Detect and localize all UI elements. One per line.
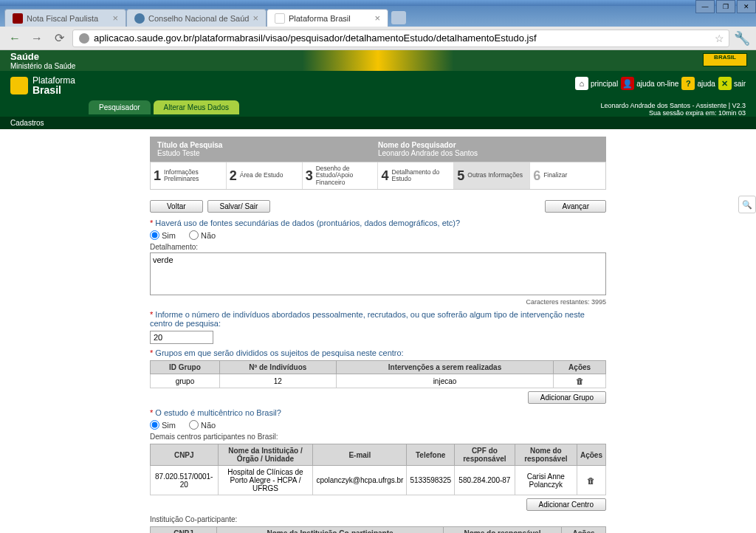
detalhamento-label: Detalhamento: (150, 243, 606, 251)
th-acoes: Ações (554, 361, 606, 374)
delete-centro-icon[interactable]: 🗑 (587, 476, 595, 485)
copart-label: Instituição Co-participante: (150, 515, 606, 523)
nav-ajuda[interactable]: ?ajuda (681, 77, 715, 90)
zoom-icon[interactable]: 🔍 (738, 196, 756, 213)
step-6[interactable]: 6Finalizar (530, 162, 605, 189)
nav-ajuda-online[interactable]: 👤ajuda on-line (621, 77, 678, 90)
saude-title: SaúdeMinistério da Saúde (10, 51, 75, 70)
nav-tab-pesquisador[interactable]: Pesquisador (89, 100, 151, 114)
main-viewport[interactable]: Título da PesquisaEstudo Teste Nome do P… (0, 129, 756, 533)
th-intervencoes: Intervenções a serem realizadas (336, 361, 553, 374)
table-row: 87.020.517/0001-20 Hospital de Clínicas … (151, 466, 606, 495)
step-1[interactable]: 1Informações Preliminares (151, 162, 227, 189)
multi-sub-label: Demais centros participantes no Brasil: (150, 433, 606, 441)
tab-nota-fiscal[interactable]: Nota Fiscal Paulista × (4, 9, 126, 27)
radio-multi-nao[interactable]: Não (189, 420, 216, 430)
th-n-individuos: Nº de Indivíduos (219, 361, 336, 374)
saude-header: SaúdeMinistério da Saúde BRASIL (0, 50, 756, 71)
add-centro-button[interactable]: Adicionar Centro (526, 498, 606, 511)
brasil-logo: BRASIL (703, 53, 747, 66)
q-grupos-label: Grupos em que serão divididos os sujeito… (150, 348, 606, 357)
delete-grupo-icon[interactable]: 🗑 (576, 376, 584, 385)
tab-favicon-nota (13, 13, 23, 24)
maximize-button[interactable]: ❐ (716, 0, 735, 13)
new-tab-button[interactable] (391, 11, 406, 24)
radio-fontes-sim[interactable]: Sim (150, 230, 176, 240)
tab-label: Plataforma Brasil (289, 14, 351, 23)
minimize-button[interactable]: — (695, 0, 715, 13)
url-text: aplicacao.saude.gov.br/plataformabrasil/… (94, 32, 537, 44)
tab-plataforma-brasil[interactable]: Plataforma Brasil × (267, 9, 388, 27)
browser-tabbar: Nota Fiscal Paulista × Conselho Nacional… (0, 6, 756, 27)
tab-close-icon[interactable]: × (112, 13, 118, 24)
user-info: Leonardo Andrade dos Santos - Assistente… (601, 102, 746, 117)
salvar-sair-button[interactable]: Salvar/ Sair (207, 200, 271, 213)
wizard-steps: 1Informações Preliminares 2Área de Estud… (150, 162, 606, 190)
th-id-grupo: ID Grupo (151, 361, 220, 374)
add-grupo-button[interactable]: Adicionar Grupo (528, 391, 606, 404)
home-icon: ⌂ (575, 77, 588, 90)
q-fontes-label: Haverá uso de fontes secundárias de dado… (150, 219, 606, 227)
avancar-button[interactable]: Avançar (545, 200, 606, 213)
copart-table: CNPJ Nome da Instituição Co-participante… (150, 526, 606, 533)
tab-label: Nota Fiscal Paulista (27, 14, 98, 23)
sub-menu-cadastros[interactable]: Cadastros (0, 117, 756, 129)
exit-icon: ✕ (718, 77, 732, 90)
forward-button[interactable]: → (28, 30, 46, 47)
help-icon: ? (681, 77, 695, 90)
step-5[interactable]: 5Outras Informações (454, 162, 530, 189)
address-bar: ← → ⟳ aplicacao.saude.gov.br/plataformab… (0, 27, 756, 50)
table-row: grupo 12 injecao 🗑 (151, 374, 606, 388)
close-window-button[interactable]: ✕ (737, 0, 756, 13)
nav-row: Pesquisador Alterar Meus Dados Leonardo … (0, 100, 756, 117)
nav-principal[interactable]: ⌂principal (575, 77, 618, 90)
window-titlebar: — ❐ ✕ (0, 0, 756, 6)
individuos-input[interactable] (150, 331, 213, 344)
plataforma-brasil-logo: PlataformaBrasil (10, 76, 75, 95)
study-header: Título da PesquisaEstudo Teste Nome do P… (150, 137, 606, 162)
step-2[interactable]: 2Área de Estudo (227, 162, 303, 189)
reload-button[interactable]: ⟳ (50, 30, 68, 47)
pb-lens-icon (10, 77, 28, 94)
back-button[interactable]: ← (6, 30, 24, 47)
globe-icon (79, 33, 89, 44)
centros-table: CNPJ Nome da Instituição / Órgão / Unida… (150, 444, 606, 495)
voltar-button[interactable]: Voltar (150, 200, 203, 213)
tab-favicon-conselho (134, 13, 145, 24)
q-multi-label: O estudo é multicêntrico no Brasil? (150, 408, 606, 417)
nav-sair[interactable]: ✕sair (718, 77, 746, 90)
detalhamento-textarea[interactable] (150, 252, 606, 295)
tab-favicon-pb (275, 13, 285, 24)
settings-wrench-icon[interactable]: 🔧 (734, 30, 750, 47)
grupos-table: ID Grupo Nº de Indivíduos Intervenções a… (150, 360, 606, 388)
radio-multi-sim[interactable]: Sim (150, 420, 176, 430)
char-count: Caracteres restantes: 3995 (150, 298, 606, 306)
tab-close-icon[interactable]: × (252, 13, 258, 24)
step-3[interactable]: 3Desenho de Estudo/Apoio Financeiro (303, 162, 379, 189)
tab-close-icon[interactable]: × (374, 13, 380, 24)
nav-tab-alterar-dados[interactable]: Alterar Meus Dados (154, 100, 239, 114)
step-4[interactable]: 4Detalhamento do Estudo (378, 162, 454, 189)
user-icon: 👤 (621, 77, 634, 90)
tab-label: Conselho Nacional de Saúd (148, 14, 249, 23)
platform-header: PlataformaBrasil ⌂principal 👤ajuda on-li… (0, 71, 756, 100)
bookmark-star-icon[interactable]: ☆ (715, 32, 724, 44)
q-individuos-label: Informe o número de indivíduos abordados… (150, 310, 606, 328)
tab-conselho[interactable]: Conselho Nacional de Saúd × (126, 9, 267, 27)
url-input[interactable]: aplicacao.saude.gov.br/plataformabrasil/… (72, 30, 729, 47)
radio-fontes-nao[interactable]: Não (189, 230, 216, 240)
